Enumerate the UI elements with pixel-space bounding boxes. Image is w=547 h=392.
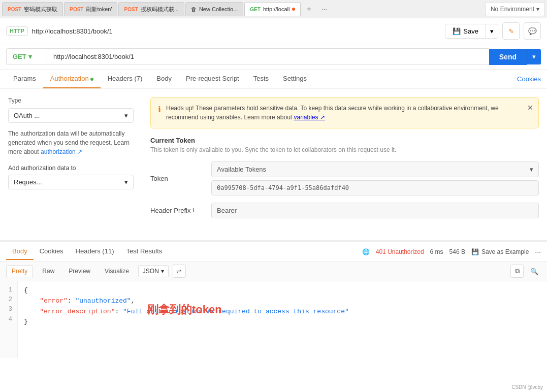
search-icon: 🔍 [530,268,538,275]
tab-label: 刷新token' [86,6,112,13]
chevron-down-icon: ▾ [124,178,128,186]
response-tab-headers[interactable]: Headers (11) [70,243,120,260]
tab-collection[interactable]: 🗑 New Collectio... [185,2,243,16]
token-value: Available Tokens ▾ 0a995708-5dfa-4794-a9… [211,161,539,195]
chinese-annotation: 刚拿到的token [147,302,222,317]
tab-post-2[interactable]: POST 刷新token' [64,2,117,16]
format-select[interactable]: JSON ▾ [138,265,169,277]
header-prefix-field-row: Header Prefix ℹ Bearer [150,203,539,218]
pencil-icon: ✎ [508,27,514,35]
request-target-select[interactable]: Reques... ▾ [8,175,134,189]
trash-icon: 🗑 [191,6,197,12]
url-display: http://localhost:8301/book/1 [32,27,441,35]
oauth-type-value: OAuth ... [14,112,40,119]
url-input[interactable] [47,48,489,65]
save-example-label: Save as Example [481,248,529,255]
more-options-button[interactable]: ··· [535,248,541,256]
token-label: Token [150,175,211,182]
add-auth-label: Add authorization data to [8,165,134,172]
save-button[interactable]: 💾 Save [445,24,486,38]
send-button[interactable]: Send [489,49,527,65]
url-bar: HTTP http://localhost:8301/book/1 💾 Save… [0,18,547,44]
method-label: GET [13,53,26,60]
token-field-row: Token Available Tokens ▾ 0a995708-5dfa-4… [150,161,539,195]
chevron-down-icon: ▾ [536,6,539,13]
comment-button[interactable]: 💬 [524,22,541,40]
bearer-field[interactable]: Bearer [211,203,539,218]
send-button-group: Send ▾ [489,49,541,65]
save-icon: 💾 [471,248,479,255]
oauth-type-select[interactable]: OAuth ... ▾ [8,108,134,123]
auth-left-panel: Type OAuth ... ▾ The authorization data … [0,89,142,240]
line-num-3: 3 [5,305,12,314]
tab-prerequest[interactable]: Pre-request Script [179,70,246,88]
line-num-1: 1 [5,285,12,295]
response-tab-cookies[interactable]: Cookies [34,243,70,260]
code-line-3: "error_description": "Full authenticatio… [24,307,541,317]
auth-active-dot [90,78,93,81]
tab-get-active[interactable]: GET http://locall [244,2,301,16]
method-badge: POST [124,7,138,12]
search-button[interactable]: 🔍 [528,265,541,278]
format-label: JSON [143,268,159,275]
tab-post-1[interactable]: POST 密码模式获取 [2,2,63,16]
wrap-button[interactable]: ⇌ [173,265,186,278]
request-nav-tabs: Params Authorization Headers (7) Body Pr… [0,70,547,89]
send-dropdown-button[interactable]: ▾ [527,49,541,64]
tab-body[interactable]: Body [149,70,179,88]
tab-label: New Collectio... [199,6,238,12]
info-banner: ℹ Heads up! These parameters hold sensit… [150,97,539,128]
tab-tests[interactable]: Tests [246,70,276,88]
environment-selector[interactable]: No Environment ▾ [485,2,545,16]
tab-label: http://locall [263,6,290,12]
response-tab-test-results[interactable]: Test Results [120,243,168,260]
new-tab-button[interactable]: + [302,2,316,16]
info-banner-text: Heads up! These parameters hold sensitiv… [166,104,531,122]
edit-button[interactable]: ✎ [502,22,520,40]
copy-icon: ⧉ [515,267,520,275]
more-tabs-button[interactable]: ··· [317,2,331,16]
tab-settings[interactable]: Settings [276,70,314,88]
available-tokens-label: Available Tokens [217,166,266,173]
auth-info-text: The authorization data will be automatic… [8,129,134,156]
tab-headers[interactable]: Headers (7) [101,70,150,88]
line-numbers: 1 2 3 4 [0,281,18,358]
cookies-button[interactable]: Cookies [517,75,541,83]
resp-tab-raw[interactable]: Raw [37,266,59,277]
save-dropdown-button[interactable]: ▾ [486,24,498,38]
available-tokens-dropdown[interactable]: Available Tokens ▾ [211,161,539,177]
chevron-down-icon: ▾ [124,112,128,119]
save-icon: 💾 [453,27,461,35]
resp-tab-visualize[interactable]: Visualize [100,266,134,277]
variables-link[interactable]: variables ↗ [294,114,325,121]
request-row: GET ▾ Send ▾ [0,44,547,70]
method-select[interactable]: GET ▾ [6,48,47,65]
tab-post-3[interactable]: POST 授权码模式获... [118,2,184,16]
protocol-badge: HTTP [6,26,28,36]
info-icon: ℹ [158,104,161,116]
request-target-value: Reques... [14,178,42,186]
tab-authorization-label: Authorization [50,75,89,82]
close-banner-button[interactable]: ✕ [527,103,533,113]
tab-bar: POST 密码模式获取 POST 刷新token' POST 授权码模式获...… [0,0,547,18]
tab-label: 密码模式获取 [24,6,57,13]
chevron-down-icon: ▾ [28,53,32,60]
token-value-display: 0a995708-5dfa-4794-a9f1-55a86dafdf40 [211,180,539,195]
method-badge: POST [70,7,83,12]
tab-authorization[interactable]: Authorization [43,70,101,88]
env-label: No Environment [491,6,534,13]
current-token-subtitle: This token is only available to you. Syn… [150,146,539,153]
copy-button[interactable]: ⧉ [510,265,524,278]
unsaved-dot [292,8,295,11]
comment-icon: 💬 [528,27,537,35]
code-content: { "error": "unauthorized", "error_descri… [18,281,547,358]
line-num-4: 4 [5,315,12,324]
auth-link[interactable]: authorization ↗ [41,148,82,155]
tab-params[interactable]: Params [6,70,43,88]
save-example-button[interactable]: 💾 Save as Example [471,248,529,255]
chevron-down-icon: ▾ [490,27,494,35]
resp-tab-preview[interactable]: Preview [63,266,95,277]
response-tab-body[interactable]: Body [6,243,34,260]
resp-tab-pretty[interactable]: Pretty [6,265,33,277]
line-num-2: 2 [5,295,12,305]
